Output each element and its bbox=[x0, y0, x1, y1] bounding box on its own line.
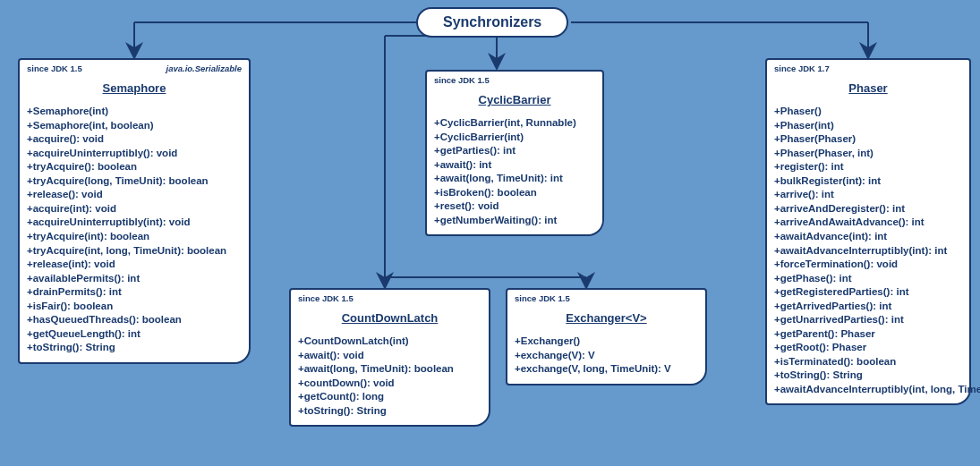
method: +await(long, TimeUnit): boolean bbox=[298, 362, 481, 377]
method-list: +Semaphore(int)+Semaphore(int, boolean)+… bbox=[27, 105, 242, 354]
method: +isFair(): boolean bbox=[27, 300, 242, 314]
method: +getArrivedParties(): int bbox=[774, 300, 962, 314]
method: +getPhase(): int bbox=[774, 272, 962, 286]
method: +acquire(int): void bbox=[27, 202, 242, 216]
method: +tryAcquire(int): boolean bbox=[27, 230, 242, 244]
method: +arriveAndAwaitAdvance(): int bbox=[774, 216, 962, 230]
method: +toString(): String bbox=[27, 341, 242, 355]
method: +CountDownLatch(int) bbox=[298, 335, 481, 349]
method-list: +Exchanger()+exchange(V): V+exchange(V, … bbox=[515, 335, 698, 377]
method: +tryAcquire(long, TimeUnit): boolean bbox=[27, 174, 242, 189]
method: +getUnarrivedParties(): int bbox=[774, 313, 962, 327]
method: +bulkRegister(int): int bbox=[774, 174, 962, 189]
method: +getRegisteredParties(): int bbox=[774, 285, 962, 300]
method: +isBroken(): boolean bbox=[434, 186, 595, 200]
method: +hasQueuedThreads(): boolean bbox=[27, 313, 242, 327]
method: +await(): void bbox=[298, 349, 481, 363]
class-exchanger: since JDK 1.5 Exchanger<V> +Exchanger()+… bbox=[506, 288, 707, 386]
class-name: Semaphore bbox=[27, 80, 242, 97]
method: +exchange(V): V bbox=[515, 349, 698, 363]
method: +CyclicBarrier(int, Runnable) bbox=[434, 116, 595, 131]
method: +acquire(): void bbox=[27, 132, 242, 147]
method: +getQueueLength(): int bbox=[27, 327, 242, 342]
method: +getRoot(): Phaser bbox=[774, 341, 962, 355]
method: +toString(): String bbox=[298, 404, 481, 419]
class-header: since JDK 1.5 bbox=[434, 75, 595, 87]
method: +forceTermination(): void bbox=[774, 258, 962, 272]
method: +arrive(): int bbox=[774, 188, 962, 202]
method: +drainPermits(): int bbox=[27, 285, 242, 300]
method: +Phaser(int) bbox=[774, 119, 962, 133]
method: +getNumberWaiting(): int bbox=[434, 214, 595, 228]
method-list: +Phaser()+Phaser(int)+Phaser(Phaser)+Pha… bbox=[774, 105, 962, 396]
method: +release(): void bbox=[27, 188, 242, 202]
method: +getParties(): int bbox=[434, 144, 595, 158]
method: +acquireUninterruptibly(int): void bbox=[27, 216, 242, 230]
method: +Phaser(Phaser, int) bbox=[774, 147, 962, 161]
since-label: since JDK 1.5 bbox=[434, 75, 490, 87]
root-title: Synchronizers bbox=[443, 14, 541, 30]
method: +Phaser(Phaser) bbox=[774, 132, 962, 147]
method: +arriveAndDeregister(): int bbox=[774, 202, 962, 216]
method: +CyclicBarrier(int) bbox=[434, 131, 595, 145]
method: +tryAcquire(int, long, TimeUnit): boolea… bbox=[27, 244, 242, 258]
method: +exchange(V, long, TimeUnit): V bbox=[515, 362, 698, 377]
class-semaphore: since JDK 1.5 java.io.Serializable Semap… bbox=[18, 58, 251, 364]
method: +Semaphore(int, boolean) bbox=[27, 119, 242, 133]
class-header: since JDK 1.5 bbox=[515, 293, 698, 305]
method-list: +CountDownLatch(int)+await(): void+await… bbox=[298, 335, 481, 418]
method: +Semaphore(int) bbox=[27, 105, 242, 119]
method: +Exchanger() bbox=[515, 335, 698, 349]
method-list: +CyclicBarrier(int, Runnable)+CyclicBarr… bbox=[434, 116, 595, 227]
class-header: since JDK 1.5 java.io.Serializable bbox=[27, 64, 242, 75]
method: +getCount(): long bbox=[298, 390, 481, 404]
interface-label: java.io.Serializable bbox=[166, 64, 243, 75]
since-label: since JDK 1.7 bbox=[774, 64, 830, 75]
method: +tryAcquire(): boolean bbox=[27, 160, 242, 174]
class-name: CountDownLatch bbox=[298, 310, 481, 326]
class-name: Exchanger<V> bbox=[515, 310, 698, 326]
method: +reset(): void bbox=[434, 199, 595, 214]
method: +awaitAdvance(int): int bbox=[774, 230, 962, 244]
method: +release(int): void bbox=[27, 258, 242, 272]
class-header: since JDK 1.5 bbox=[298, 293, 481, 305]
method: +register(): int bbox=[774, 160, 962, 174]
class-countdownlatch: since JDK 1.5 CountDownLatch +CountDownL… bbox=[289, 288, 490, 427]
method: +toString(): String bbox=[774, 369, 962, 383]
method: +awaitAdvanceInterruptibly(int): int bbox=[774, 244, 962, 258]
method: +Phaser() bbox=[774, 105, 962, 119]
class-name: Phaser bbox=[774, 80, 962, 97]
class-name: CyclicBarrier bbox=[434, 92, 595, 108]
method: +isTerminated(): boolean bbox=[774, 355, 962, 369]
method: +awaitAdvanceInterruptibly(int, long, Ti… bbox=[774, 383, 962, 397]
since-label: since JDK 1.5 bbox=[27, 64, 82, 75]
method: +await(): int bbox=[434, 158, 595, 173]
method: +acquireUninterruptibly(): void bbox=[27, 147, 242, 161]
method: +getParent(): Phaser bbox=[774, 327, 962, 342]
class-cyclicbarrier: since JDK 1.5 CyclicBarrier +CyclicBarri… bbox=[425, 70, 604, 236]
method: +await(long, TimeUnit): int bbox=[434, 172, 595, 186]
method: +countDown(): void bbox=[298, 377, 481, 391]
since-label: since JDK 1.5 bbox=[515, 293, 570, 305]
class-phaser: since JDK 1.7 Phaser +Phaser()+Phaser(in… bbox=[765, 58, 971, 405]
method: +availablePermits(): int bbox=[27, 272, 242, 286]
class-header: since JDK 1.7 bbox=[774, 64, 962, 75]
root-node: Synchronizers bbox=[416, 7, 568, 38]
since-label: since JDK 1.5 bbox=[298, 293, 354, 305]
